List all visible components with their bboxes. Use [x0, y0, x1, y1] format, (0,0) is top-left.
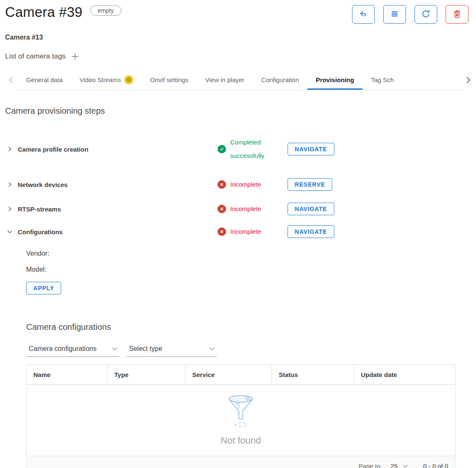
reserve-button-network-devices[interactable]: RESERVE [288, 178, 332, 191]
add-tag-button[interactable] [71, 52, 79, 61]
tab-general-data[interactable]: General data [18, 70, 71, 90]
list-icon [390, 9, 399, 20]
vendor-label: Vendor: [26, 250, 344, 257]
video-streams-count-badge: 0 [124, 75, 133, 84]
undo-icon [359, 9, 368, 20]
column-header-service: Service [185, 365, 272, 384]
configurations-filter-select[interactable]: Camera configurations [26, 343, 119, 357]
success-check-icon [218, 145, 226, 153]
tab-video-streams[interactable]: Video Streams 0 [71, 70, 142, 90]
chevron-right-icon [7, 206, 13, 212]
chevron-left-icon [7, 76, 16, 84]
tab-onvif-settings[interactable]: Onvif settings [142, 70, 197, 90]
camera-tags-label: List of camera tags [5, 52, 66, 61]
step-row-network-devices: Network devices Incomplete RESERVE [7, 172, 344, 197]
refresh-button[interactable] [414, 5, 437, 24]
table-empty-state: Not found [27, 385, 455, 456]
delete-button[interactable] [446, 5, 468, 24]
camera-detail-page: Camera #39 empty [0, 0, 476, 468]
list-button[interactable] [383, 5, 406, 24]
refresh-icon [421, 9, 430, 20]
chevron-right-icon [7, 146, 13, 152]
step-row-camera-profile-creation: Camera profile creation Completed succes… [7, 133, 344, 166]
chevron-down-icon [209, 347, 215, 350]
plus-icon [71, 52, 79, 61]
tab-bar: General data Video Streams 0 Onvif setti… [0, 70, 476, 90]
tabs-scroll-left-button[interactable] [5, 70, 18, 90]
tabs-strip: General data Video Streams 0 Onvif setti… [18, 70, 462, 90]
status-badge: empty [90, 5, 121, 16]
configurations-details-panel: Vendor: Model: APPLY [26, 250, 344, 294]
camera-tags-row: List of camera tags [5, 52, 476, 61]
tab-tag-schedule[interactable]: Tag Sch [363, 70, 402, 90]
error-x-icon [218, 180, 226, 189]
step-status-text: Incomplete [230, 178, 261, 191]
step-row-configurations: Configurations Incomplete NAVIGATE [7, 221, 344, 242]
step-expander-network-devices[interactable]: Network devices [7, 181, 218, 188]
chevron-down-icon [112, 347, 118, 350]
page-title: Camera #39 [5, 4, 83, 20]
camera-subtitle: Camera #13 [5, 34, 476, 41]
navigate-button-rtsp-streams[interactable]: NAVIGATE [288, 203, 334, 215]
page-size-select[interactable]: 25 [390, 462, 408, 468]
page-header: Camera #39 empty [0, 0, 476, 24]
navigate-button-camera-profile[interactable]: NAVIGATE [288, 143, 334, 155]
step-row-rtsp-streams: RTSP-streams Incomplete NAVIGATE [7, 197, 344, 221]
error-x-icon [218, 227, 226, 236]
header-actions [352, 4, 468, 24]
tab-view-in-player[interactable]: View in player [197, 70, 253, 90]
apply-button[interactable]: APPLY [26, 282, 61, 294]
type-filter-select[interactable]: Select type [126, 343, 217, 357]
not-found-text: Not found [221, 435, 261, 446]
trash-icon [452, 9, 462, 20]
step-status: Incomplete [218, 225, 288, 238]
tab-provisioning[interactable]: Provisioning [307, 70, 363, 90]
filter-funnel-icon [227, 395, 254, 429]
chevron-down-icon [403, 465, 408, 468]
provisioning-steps-heading: Camera provisioning steps [5, 106, 476, 116]
camera-configurations-heading: Camera configurations [26, 322, 476, 332]
chevron-right-icon [7, 182, 13, 187]
chevron-down-icon [7, 229, 13, 235]
step-expander-configurations[interactable]: Configurations [7, 228, 218, 235]
page-size-label: Page to [358, 462, 380, 468]
error-x-icon [218, 205, 226, 213]
step-status-text: Completed successfully [230, 136, 281, 163]
step-status: Incomplete [218, 178, 288, 191]
provisioning-steps-list: Camera profile creation Completed succes… [7, 133, 344, 294]
column-header-update-date: Update date [354, 365, 455, 384]
tab-configuration[interactable]: Configuration [253, 70, 307, 90]
table-header-row: Name Type Service Status Update date [27, 365, 455, 385]
step-status-text: Incomplete [230, 225, 261, 238]
step-status: Completed successfully [218, 136, 288, 163]
chevron-right-icon [464, 76, 472, 84]
undo-button[interactable] [352, 5, 375, 24]
step-expander-rtsp-streams[interactable]: RTSP-streams [7, 206, 218, 213]
configurations-table: Name Type Service Status Update date Not… [26, 364, 455, 468]
column-header-type: Type [107, 365, 185, 384]
model-label: Model: [26, 266, 344, 273]
column-header-name: Name [27, 365, 107, 384]
step-status-text: Incomplete [230, 202, 261, 216]
pagination-range: 0 - 0 of 0 [423, 462, 448, 468]
table-pagination: Page to 25 0 - 0 of 0 [27, 456, 455, 468]
tabs-scroll-right-button[interactable] [462, 70, 474, 90]
step-status: Incomplete [218, 202, 288, 216]
column-header-status: Status [272, 365, 354, 384]
step-expander-camera-profile[interactable]: Camera profile creation [7, 146, 218, 153]
navigate-button-configurations[interactable]: NAVIGATE [288, 225, 334, 238]
configurations-filters: Camera configurations Select type [26, 343, 476, 357]
